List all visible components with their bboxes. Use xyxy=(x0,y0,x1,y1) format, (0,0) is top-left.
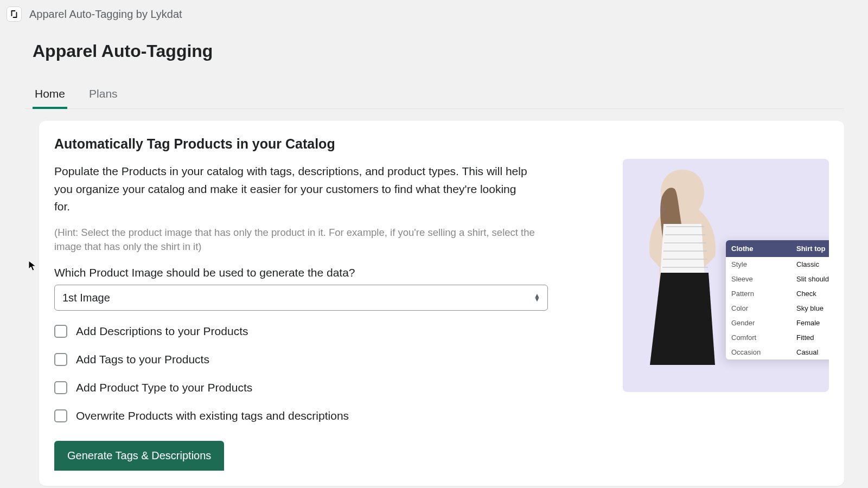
checkbox-overwrite[interactable] xyxy=(54,409,67,422)
attr-val: Female xyxy=(791,316,829,330)
attr-header-key: Clothe xyxy=(726,240,791,257)
section-description: Populate the Products in your catalog wi… xyxy=(54,163,532,216)
preview-panel: Clothe Shirt top Style Classic Sleeve Sl… xyxy=(623,159,829,392)
checkbox-descriptions[interactable] xyxy=(54,325,67,338)
attr-val: Fitted xyxy=(791,330,829,345)
attr-key: Pattern xyxy=(726,286,791,301)
attr-row-gender: Gender Female xyxy=(726,316,829,330)
app-brand-text: Apparel Auto-Tagging by Lykdat xyxy=(29,8,182,21)
card-left: Automatically Tag Products in your Catal… xyxy=(54,136,596,471)
checkbox-product-type[interactable] xyxy=(54,381,67,394)
attribute-panel: Clothe Shirt top Style Classic Sleeve Sl… xyxy=(726,240,829,359)
attr-header-val: Shirt top xyxy=(791,240,829,257)
topbar: Apparel Auto-Tagging by Lykdat xyxy=(0,0,868,28)
attr-row-style: Style Classic xyxy=(726,257,829,272)
checkbox-row-overwrite[interactable]: Overwrite Products with existing tags an… xyxy=(54,409,596,422)
main-card: Automatically Tag Products in your Catal… xyxy=(39,121,844,486)
attr-key: Comfort xyxy=(726,330,791,345)
checkbox-tags-label: Add Tags to your Products xyxy=(76,353,209,366)
image-select-label: Which Product Image should be used to ge… xyxy=(54,266,596,279)
generate-button[interactable]: Generate Tags & Descriptions xyxy=(54,441,224,471)
checkbox-product-type-label: Add Product Type to your Products xyxy=(76,381,252,394)
page-title: Apparel Auto-Tagging xyxy=(33,41,844,61)
model-illustration xyxy=(623,159,742,365)
attr-val: Slit shoulder xyxy=(791,272,829,286)
tab-home[interactable]: Home xyxy=(33,81,67,109)
attr-key: Gender xyxy=(726,316,791,330)
attr-key: Style xyxy=(726,257,791,272)
image-select[interactable]: 1st Image xyxy=(54,285,548,311)
app-logo-icon xyxy=(7,7,22,22)
attr-val: Classic xyxy=(791,257,829,272)
tab-plans[interactable]: Plans xyxy=(87,81,120,109)
attr-val: Casual xyxy=(791,345,829,359)
attr-val: Check xyxy=(791,286,829,301)
attr-key: Color xyxy=(726,301,791,316)
attr-row-sleeve: Sleeve Slit shoulder xyxy=(726,272,829,286)
checkbox-row-tags[interactable]: Add Tags to your Products xyxy=(54,353,596,366)
attr-key: Sleeve xyxy=(726,272,791,286)
tabs: Home Plans xyxy=(25,81,844,109)
checkbox-descriptions-label: Add Descriptions to your Products xyxy=(76,325,248,338)
attr-key: Occasion xyxy=(726,345,791,359)
section-hint: (Hint: Select the product image that has… xyxy=(54,226,542,255)
attr-row-color: Color Sky blue xyxy=(726,301,829,316)
image-select-wrapper: 1st Image ▲▼ xyxy=(54,285,548,311)
checkbox-row-product-type[interactable]: Add Product Type to your Products xyxy=(54,381,596,394)
checkbox-tags[interactable] xyxy=(54,353,67,366)
checkbox-row-descriptions[interactable]: Add Descriptions to your Products xyxy=(54,325,596,338)
section-title: Automatically Tag Products in your Catal… xyxy=(54,136,596,152)
cursor-icon xyxy=(28,260,37,274)
attr-row-pattern: Pattern Check xyxy=(726,286,829,301)
attr-val: Sky blue xyxy=(791,301,829,316)
attr-row-occasion: Occasion Casual xyxy=(726,345,829,359)
checkbox-overwrite-label: Overwrite Products with existing tags an… xyxy=(76,409,349,422)
attribute-panel-header: Clothe Shirt top xyxy=(726,240,829,257)
page-container: Apparel Auto-Tagging Home Plans Automati… xyxy=(9,28,868,486)
attr-row-comfort: Comfort Fitted xyxy=(726,330,829,345)
